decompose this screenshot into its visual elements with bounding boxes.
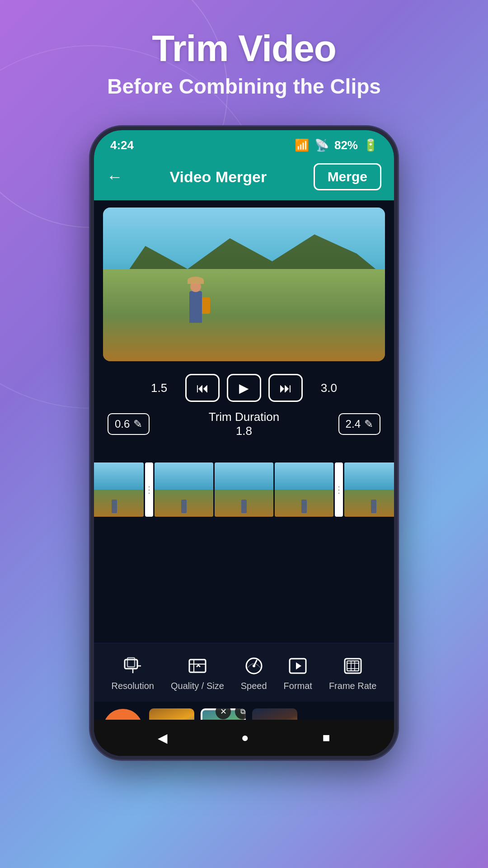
trim-controls: 0.6 ✎ Trim Duration 1.8 2.4 ✎	[94, 407, 394, 444]
film-thumb-5	[344, 462, 394, 517]
framerate-label: Frame Rate	[329, 681, 377, 691]
film-thumb-4	[275, 462, 333, 517]
film-handle-left[interactable]	[145, 462, 153, 517]
home-nav-button[interactable]: ●	[241, 731, 249, 745]
video-frame	[103, 208, 385, 361]
svg-marker-10	[296, 662, 301, 670]
phone-body: 4:24 📶 📡 82% 🔋 ← Video Merger Merge	[90, 127, 398, 760]
film-thumb-2	[155, 462, 213, 517]
system-nav-bar: ◀ ● ■	[94, 720, 394, 756]
framerate-tool[interactable]: Frame Rate	[329, 654, 377, 691]
header-section: Trim Video Before Combining the Clips	[0, 27, 488, 99]
resolution-icon	[121, 654, 145, 678]
framerate-icon	[341, 654, 365, 678]
end-time-label: 3.0	[310, 381, 337, 395]
film-strip[interactable]	[94, 460, 394, 519]
page-subtitle: Before Combining the Clips	[0, 74, 488, 99]
play-button[interactable]: ▶	[227, 374, 261, 402]
trim-end-input[interactable]: 2.4 ✎	[338, 413, 380, 435]
app-title: Video Merger	[169, 168, 267, 186]
phone-frame: 4:24 📶 📡 82% 🔋 ← Video Merger Merge	[90, 127, 398, 760]
trim-start-value: 0.6	[115, 418, 130, 430]
battery-icon: 🔋	[363, 138, 378, 152]
page-title: Trim Video	[0, 27, 488, 70]
person-hat	[188, 277, 204, 284]
format-icon	[286, 654, 310, 678]
video-preview[interactable]	[103, 208, 385, 361]
status-time: 4:24	[110, 138, 134, 152]
back-button[interactable]: ←	[107, 167, 123, 186]
trim-value: 1.8	[209, 424, 280, 438]
format-tool[interactable]: Format	[284, 654, 312, 691]
film-thumb-3	[215, 462, 273, 517]
start-time-label: 1.5	[151, 381, 178, 395]
film-handle-right[interactable]	[335, 462, 343, 517]
film-thumbnails	[94, 462, 394, 517]
quality-icon	[185, 654, 210, 678]
quality-label: Quality / Size	[171, 681, 224, 691]
trim-end-edit-icon: ✎	[364, 418, 373, 430]
svg-rect-12	[347, 661, 359, 671]
status-bar: 4:24 📶 📡 82% 🔋	[94, 130, 394, 158]
merge-button[interactable]: Merge	[314, 163, 381, 190]
svg-point-8	[253, 665, 255, 667]
ground-layer	[103, 269, 385, 361]
trim-end-value: 2.4	[346, 418, 361, 430]
signal-icon: 📡	[314, 138, 329, 152]
film-thumb-1	[94, 462, 144, 517]
app-header: ← Video Merger Merge	[94, 158, 394, 200]
speed-tool[interactable]: Speed	[241, 654, 267, 691]
resolution-label: Resolution	[111, 681, 154, 691]
battery-indicator: 82%	[334, 138, 358, 152]
fast-forward-button[interactable]: ⏭	[268, 374, 303, 402]
status-icons: 📶 📡 82% 🔋	[295, 138, 378, 152]
volume-up-button	[90, 221, 93, 248]
settings-toolbar: Resolution Quality / Size	[94, 643, 394, 702]
person-body	[189, 291, 202, 323]
resolution-tool[interactable]: Resolution	[111, 654, 154, 691]
trim-label: Trim Duration	[209, 410, 280, 424]
trim-start-edit-icon: ✎	[133, 418, 142, 430]
trim-duration-display: Trim Duration 1.8	[209, 410, 280, 438]
playback-controls: 1.5 ⏮ ▶ ⏭ 3.0	[94, 368, 394, 407]
back-nav-button[interactable]: ◀	[158, 731, 168, 745]
volume-down-button	[90, 261, 93, 288]
speed-icon	[242, 654, 266, 678]
quality-tool[interactable]: Quality / Size	[171, 654, 224, 691]
trim-start-input[interactable]: 0.6 ✎	[108, 413, 150, 435]
format-label: Format	[284, 681, 312, 691]
screen: 4:24 📶 📡 82% 🔋 ← Video Merger Merge	[94, 130, 394, 756]
person-figure	[182, 273, 209, 323]
speed-label: Speed	[241, 681, 267, 691]
rewind-button[interactable]: ⏮	[185, 374, 220, 402]
power-button	[395, 243, 398, 284]
recent-nav-button[interactable]: ■	[323, 731, 330, 745]
wifi-icon: 📶	[295, 138, 309, 152]
